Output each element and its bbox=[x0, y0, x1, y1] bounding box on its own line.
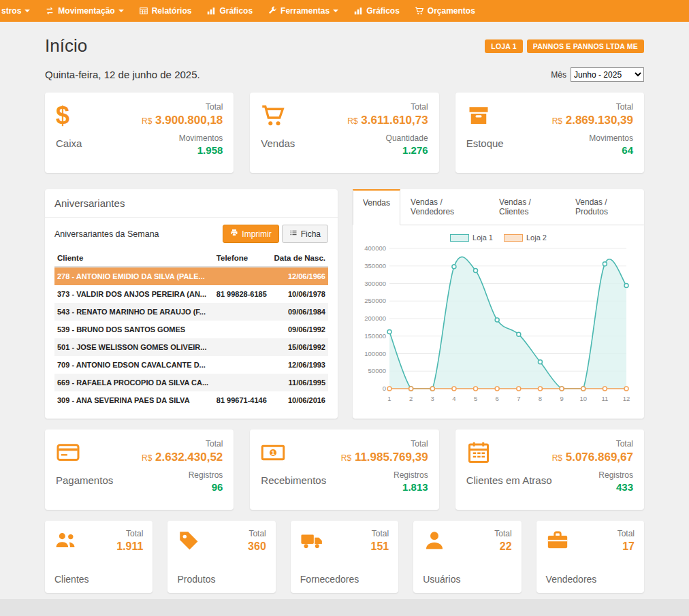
caret-down-icon bbox=[333, 10, 338, 12]
store-badge: LOJA 1 bbox=[485, 39, 523, 53]
total-label: Total bbox=[494, 529, 511, 538]
stat-card-title: Vendas bbox=[261, 137, 295, 149]
legend-item: Loja 2 bbox=[504, 233, 547, 242]
count-value: 1.958 bbox=[142, 144, 223, 156]
stats-row-3: Total 1.911 Clientes Total 360 Produtos … bbox=[45, 521, 644, 593]
svg-text:8: 8 bbox=[539, 395, 542, 402]
truck-icon bbox=[300, 529, 323, 555]
table-row[interactable]: 539 - BRUNO DOS SANTOS GOMES 09/06/1992 bbox=[54, 321, 328, 338]
credit-card-icon bbox=[56, 439, 113, 466]
col-header-telefone: Telefone bbox=[214, 250, 270, 267]
nasc-cell: 15/06/1992 bbox=[270, 338, 328, 356]
nav-item-label: Ferramentas bbox=[281, 6, 330, 16]
sales-chart-panel: Vendas Vendas / Vendedores Vendas / Clie… bbox=[353, 189, 644, 419]
tab-vendas-produtos[interactable]: Vendas / Produtos bbox=[565, 189, 644, 225]
total-value: 11.985.769,39 bbox=[355, 451, 428, 464]
calendar-icon bbox=[466, 439, 552, 466]
svg-text:9: 9 bbox=[560, 395, 563, 402]
count-label: Registros bbox=[552, 470, 633, 480]
total-label: Total bbox=[142, 102, 223, 112]
nav-item-graficos-2[interactable]: Gráficos bbox=[346, 0, 407, 22]
telefone-cell bbox=[214, 338, 270, 356]
table-row[interactable]: 309 - ANA SEVERINA PAES DA SILVA 81 9967… bbox=[54, 391, 328, 409]
month-label: Mês bbox=[551, 70, 566, 80]
count-value: 1.276 bbox=[347, 144, 428, 156]
total-label: Total bbox=[142, 439, 223, 449]
table-row[interactable]: 709 - ANTONIO EDSON CAVALCANTE D... 12/0… bbox=[54, 356, 328, 374]
tab-vendas-vendedores[interactable]: Vendas / Vendedores bbox=[400, 189, 489, 225]
svg-text:4: 4 bbox=[452, 395, 455, 402]
telefone-cell bbox=[214, 303, 270, 321]
user-icon bbox=[423, 529, 446, 555]
ficha-button[interactable]: Ficha bbox=[282, 225, 328, 243]
nav-item-movimentacao[interactable]: Movimentação bbox=[37, 0, 131, 22]
stat-card-vendas: Vendas Total R$ 3.611.610,73 Quantidade … bbox=[250, 93, 438, 173]
table-row[interactable]: 373 - VALDIR DOS ANJOS PEREIRA (AN... 81… bbox=[54, 285, 328, 303]
count-label: Quantidade bbox=[347, 133, 428, 143]
count-label: Registros bbox=[341, 470, 428, 480]
cliente-cell: 309 - ANA SEVERINA PAES DA SILVA bbox=[54, 391, 214, 409]
table-row[interactable]: 669 - RAFAELA PROCOPIO DA SILVA CA... 11… bbox=[54, 374, 328, 391]
tag-icon bbox=[177, 529, 200, 555]
count-value: 433 bbox=[552, 481, 633, 493]
total-value: 5.076.869,67 bbox=[566, 451, 633, 464]
table-row[interactable]: 278 - ANTONIO EMIDIO DA SILVA (PALE... 1… bbox=[54, 267, 328, 285]
month-select[interactable]: Junho - 2025 bbox=[571, 67, 644, 82]
svg-text:11: 11 bbox=[601, 395, 608, 402]
nasc-cell: 10/06/1978 bbox=[270, 285, 328, 303]
current-date: Quinta-feira, 12 de junho de 2025. bbox=[45, 69, 200, 80]
birthdays-table: Cliente Telefone Data de Nasc. 278 - ANT… bbox=[54, 250, 328, 409]
svg-text:200000: 200000 bbox=[364, 314, 386, 322]
mini-card-title: Fornecedores bbox=[300, 574, 389, 585]
total-value: 151 bbox=[370, 540, 389, 553]
svg-text:100000: 100000 bbox=[364, 350, 386, 357]
sales-chart-svg: 0500001000001500002000002500003000003500… bbox=[359, 243, 635, 406]
dollar-icon: $ bbox=[56, 102, 82, 129]
company-badge: PANNOS E PANNOS LTDA ME bbox=[527, 39, 644, 53]
imprimir-button[interactable]: Imprimir bbox=[223, 225, 278, 243]
table-row[interactable]: 501 - JOSE WELISSON GOMES OLIVEIR... 15/… bbox=[54, 338, 328, 356]
mini-card-vendedores: Total 17 Vendedores bbox=[536, 521, 644, 593]
total-value: 2.869.130,39 bbox=[566, 114, 633, 127]
nav-item-graficos-1[interactable]: Gráficos bbox=[199, 0, 260, 22]
mini-card-produtos: Total 360 Produtos bbox=[167, 521, 275, 593]
tab-vendas[interactable]: Vendas bbox=[353, 189, 400, 225]
mini-card-title: Vendedores bbox=[546, 574, 635, 585]
tab-vendas-clientes[interactable]: Vendas / Clientes bbox=[489, 189, 565, 225]
birthdays-panel: Aniversariantes Aniversariantes da Seman… bbox=[45, 189, 338, 419]
currency-label: R$ bbox=[552, 453, 562, 463]
svg-text:150000: 150000 bbox=[364, 332, 386, 340]
svg-text:6: 6 bbox=[496, 395, 499, 402]
total-label: Total bbox=[341, 439, 428, 449]
svg-text:400000: 400000 bbox=[364, 244, 386, 252]
top-navigation: stros Movimentação Relatórios Gráficos F… bbox=[0, 0, 689, 22]
nav-item-cadastros[interactable]: stros bbox=[0, 0, 37, 22]
stat-card-recebimentos: 1 Recebimentos Total R$ 11.985.769,39 Re… bbox=[250, 429, 438, 510]
mini-card-title: Produtos bbox=[177, 574, 266, 585]
total-label: Total bbox=[618, 529, 635, 538]
nasc-cell: 09/06/1984 bbox=[270, 303, 328, 321]
mini-card-clientes: Total 1.911 Clientes bbox=[45, 521, 153, 593]
page-title: Início bbox=[45, 35, 87, 56]
cliente-cell: 539 - BRUNO DOS SANTOS GOMES bbox=[54, 321, 214, 338]
table-row[interactable]: 543 - RENATO MARINHO DE ARAUJO (F... 09/… bbox=[54, 303, 328, 321]
cart-icon bbox=[415, 6, 424, 16]
nav-item-orcamentos[interactable]: Orçamentos bbox=[407, 0, 483, 22]
currency-label: R$ bbox=[142, 453, 152, 463]
printer-icon bbox=[230, 229, 238, 239]
stat-card-title: Estoque bbox=[466, 137, 504, 149]
svg-text:350000: 350000 bbox=[364, 262, 386, 270]
total-label: Total bbox=[552, 102, 633, 112]
stat-card-title: Recebimentos bbox=[261, 474, 326, 486]
count-label: Movimentos bbox=[142, 133, 223, 143]
cliente-cell: 373 - VALDIR DOS ANJOS PEREIRA (AN... bbox=[54, 285, 214, 303]
cliente-cell: 278 - ANTONIO EMIDIO DA SILVA (PALE... bbox=[54, 267, 214, 285]
nav-item-label: Gráficos bbox=[366, 6, 400, 16]
nav-item-ferramentas[interactable]: Ferramentas bbox=[260, 0, 346, 22]
nav-item-relatorios[interactable]: Relatórios bbox=[131, 0, 199, 22]
svg-text:12: 12 bbox=[623, 395, 630, 402]
total-label: Total bbox=[116, 529, 143, 538]
briefcase-icon bbox=[546, 529, 569, 555]
birthdays-panel-title: Aniversariantes bbox=[45, 189, 338, 218]
total-value: 360 bbox=[248, 540, 266, 553]
